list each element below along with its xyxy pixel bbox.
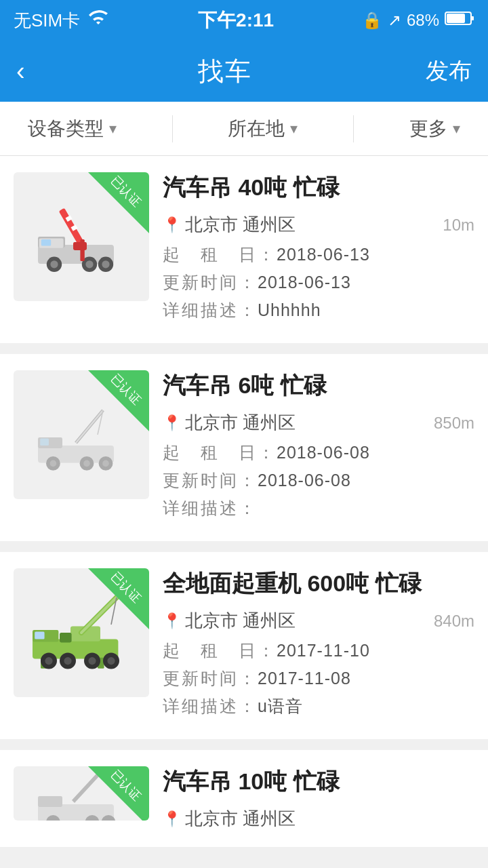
status-bar-time: 下午2:11 bbox=[198, 7, 274, 33]
svg-rect-2 bbox=[447, 14, 465, 23]
description-label-3: 详细描述： bbox=[163, 695, 258, 717]
update-time-value-3: 2017-11-08 bbox=[258, 669, 351, 688]
update-time-value-1: 2018-06-13 bbox=[258, 273, 351, 292]
card-description-2: 详细描述： bbox=[163, 497, 474, 519]
update-time-label-2: 更新时间： bbox=[163, 469, 258, 492]
description-label: 详细描述： bbox=[163, 299, 258, 321]
certified-text-3: 已认证 bbox=[103, 568, 149, 610]
card-location-text-2: 北京市 通州区 bbox=[185, 411, 296, 435]
wifi-icon bbox=[87, 9, 110, 32]
svg-point-22 bbox=[50, 460, 57, 467]
rent-date-value-1: 2018-06-13 bbox=[277, 245, 370, 264]
filter-type[interactable]: 设备类型 ▾ bbox=[28, 116, 117, 142]
card-image-1: 已认证 bbox=[14, 172, 149, 301]
svg-rect-47 bbox=[60, 633, 72, 642]
card-update-time-1: 更新时间： 2018-06-13 bbox=[163, 271, 474, 294]
description-label-2: 详细描述： bbox=[163, 497, 258, 519]
card-location-text-4: 北京市 通州区 bbox=[185, 807, 296, 831]
rent-date-label-3: 起 租 日： bbox=[163, 639, 277, 662]
svg-point-24 bbox=[83, 460, 90, 467]
location-pin-icon-3: 📍 bbox=[163, 612, 181, 630]
page-title: 找车 bbox=[198, 54, 252, 89]
update-time-label-3: 更新时间： bbox=[163, 667, 258, 690]
card-rent-date-1: 起 租 日： 2018-06-13 bbox=[163, 243, 474, 266]
card-location-row-3: 📍 北京市 通州区 840m bbox=[163, 609, 474, 633]
rent-date-label: 起 租 日： bbox=[163, 243, 277, 266]
nav-bar: ‹ 找车 发布 bbox=[0, 41, 488, 102]
card-image-3: 已认证 bbox=[14, 568, 149, 697]
filter-more-label: 更多 bbox=[409, 116, 447, 142]
card-update-time-2: 更新时间： 2018-06-08 bbox=[163, 469, 474, 492]
back-button[interactable]: ‹ bbox=[16, 58, 25, 84]
filter-location[interactable]: 所在地 ▾ bbox=[228, 116, 298, 142]
svg-rect-6 bbox=[41, 239, 51, 246]
certified-badge-4: 已认证 bbox=[88, 766, 149, 821]
card-location-2: 📍 北京市 通州区 bbox=[163, 411, 296, 435]
filter-type-label: 设备类型 bbox=[28, 116, 104, 142]
svg-point-43 bbox=[88, 657, 96, 665]
list-item[interactable]: 已认证 汽车吊 40吨 忙碌 📍 北京市 通州区 10m 起 租 日： 2018… bbox=[0, 156, 488, 343]
certified-badge-3: 已认证 bbox=[88, 568, 149, 629]
card-content-3: 全地面起重机 600吨 忙碌 📍 北京市 通州区 840m 起 租 日： 201… bbox=[163, 568, 474, 723]
sim-signal: 无SIM卡 bbox=[14, 9, 80, 33]
card-content-2: 汽车吊 6吨 忙碌 📍 北京市 通州区 850m 起 租 日： 2018-06-… bbox=[163, 370, 474, 525]
card-title-4: 汽车吊 10吨 忙碌 bbox=[163, 766, 474, 797]
list-item[interactable]: 已认证 汽车吊 6吨 忙碌 📍 北京市 通州区 850m 起 租 日： 2018… bbox=[0, 354, 488, 541]
card-title-2: 汽车吊 6吨 忙碌 bbox=[163, 370, 474, 401]
card-distance-2: 850m bbox=[434, 414, 474, 433]
card-content-4: 汽车吊 10吨 忙碌 📍 北京市 通州区 bbox=[163, 766, 474, 837]
filter-location-label: 所在地 bbox=[228, 116, 285, 142]
status-bar-right: 🔒 ↗ 68% bbox=[362, 10, 474, 31]
description-value-1: Uhhhhh bbox=[258, 300, 321, 320]
location-pin-icon-4: 📍 bbox=[163, 810, 181, 828]
svg-point-12 bbox=[102, 260, 109, 268]
certified-text-1: 已认证 bbox=[103, 172, 149, 214]
location-icon: ↗ bbox=[388, 11, 401, 30]
card-location-row-1: 📍 北京市 通州区 10m bbox=[163, 213, 474, 237]
svg-rect-1 bbox=[471, 16, 474, 20]
card-location-row-4: 📍 北京市 通州区 bbox=[163, 807, 474, 831]
card-location-1: 📍 北京市 通州区 bbox=[163, 213, 296, 237]
filter-divider-2 bbox=[353, 115, 354, 142]
card-location-text-1: 北京市 通州区 bbox=[185, 213, 296, 237]
publish-button[interactable]: 发布 bbox=[426, 56, 472, 87]
status-bar-left: 无SIM卡 bbox=[14, 9, 110, 33]
list-item[interactable]: 已认证 汽车吊 10吨 忙碌 📍 北京市 通州区 bbox=[0, 750, 488, 847]
certified-text-4: 已认证 bbox=[103, 766, 149, 808]
card-image-4: 已认证 bbox=[14, 766, 149, 821]
card-location-row-2: 📍 北京市 通州区 850m bbox=[163, 411, 474, 435]
svg-rect-15 bbox=[73, 242, 87, 250]
card-update-time-3: 更新时间： 2017-11-08 bbox=[163, 667, 474, 690]
location-pin-icon-2: 📍 bbox=[163, 414, 181, 432]
card-distance-3: 840m bbox=[434, 612, 474, 631]
card-distance-1: 10m bbox=[443, 216, 474, 235]
card-content-1: 汽车吊 40吨 忙碌 📍 北京市 通州区 10m 起 租 日： 2018-06-… bbox=[163, 172, 474, 327]
svg-point-10 bbox=[85, 260, 93, 268]
card-description-3: 详细描述： u语音 bbox=[163, 695, 474, 717]
svg-point-41 bbox=[64, 657, 71, 665]
svg-point-45 bbox=[107, 657, 115, 665]
card-rent-date-2: 起 租 日： 2018-06-08 bbox=[163, 441, 474, 464]
rent-date-value-2: 2018-06-08 bbox=[277, 443, 370, 462]
svg-point-8 bbox=[50, 260, 58, 268]
battery-icon bbox=[445, 10, 474, 31]
filter-more[interactable]: 更多 ▾ bbox=[409, 116, 460, 142]
chevron-down-icon: ▾ bbox=[109, 120, 117, 138]
certified-badge-1: 已认证 bbox=[88, 172, 149, 233]
svg-point-26 bbox=[102, 460, 109, 467]
chevron-down-icon-2: ▾ bbox=[290, 120, 298, 138]
svg-rect-20 bbox=[40, 439, 49, 446]
update-time-value-2: 2018-06-08 bbox=[258, 471, 351, 490]
list-item[interactable]: 已认证 全地面起重机 600吨 忙碌 📍 北京市 通州区 840m 起 租 日：… bbox=[0, 552, 488, 739]
rent-date-label-2: 起 租 日： bbox=[163, 441, 277, 464]
chevron-down-icon-3: ▾ bbox=[453, 120, 460, 138]
card-location-text-3: 北京市 通州区 bbox=[185, 609, 296, 633]
filter-bar: 设备类型 ▾ 所在地 ▾ 更多 ▾ bbox=[0, 102, 488, 156]
battery-percent: 68% bbox=[407, 11, 439, 30]
listing-list: 已认证 汽车吊 40吨 忙碌 📍 北京市 通州区 10m 起 租 日： 2018… bbox=[0, 156, 488, 847]
card-title-1: 汽车吊 40吨 忙碌 bbox=[163, 172, 474, 203]
filter-divider-1 bbox=[172, 115, 173, 142]
card-title-3: 全地面起重机 600吨 忙碌 bbox=[163, 568, 474, 599]
update-time-label: 更新时间： bbox=[163, 271, 258, 294]
status-bar: 无SIM卡 下午2:11 🔒 ↗ 68% bbox=[0, 0, 488, 41]
